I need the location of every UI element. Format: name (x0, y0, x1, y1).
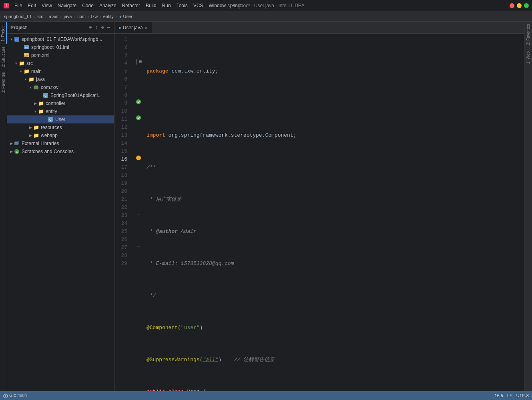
ln-13: 13 (114, 131, 130, 139)
bc-com[interactable]: com (77, 14, 86, 19)
tree-entity[interactable]: ▾ 📁 entity (7, 107, 114, 115)
vtab-web-right[interactable]: 1: Web (525, 49, 531, 67)
ln-4: 4 (114, 59, 130, 67)
gutter-16[interactable] (134, 154, 143, 162)
menu-vcs[interactable]: VCS (191, 2, 206, 9)
code-editor: 1 2 3 4 5 6 7 8 9 10 11 12 13 14 15 16 1… (114, 34, 524, 391)
user-java-icon: C (47, 116, 54, 123)
bc-sep2: › (45, 14, 47, 19)
vertical-tabs-left: 1: Project 2: Structure 3: Favorites (0, 22, 7, 391)
sidebar-settings-btn[interactable]: ⚙ (100, 24, 105, 31)
minimize-button[interactable] (517, 3, 522, 8)
menu-build[interactable]: Build (143, 2, 159, 9)
ln-14: 14 (114, 139, 130, 147)
tree-extlibs[interactable]: ▶ External Libraries (7, 139, 114, 147)
close-button[interactable] (510, 3, 514, 8)
menu-refactor[interactable]: Refactor (120, 2, 143, 9)
code-line-4: /** (147, 164, 521, 172)
sidebar-scope-btn[interactable]: ⊕ (88, 24, 92, 31)
bc-main[interactable]: main (49, 14, 58, 19)
menu-file[interactable]: File (12, 2, 24, 9)
ln-1: 1 (114, 35, 130, 43)
tree-springboot01iml[interactable]: iml springboot_01.iml (7, 43, 114, 51)
folder-src-icon: 📁 (18, 60, 25, 67)
gutter-1 (134, 34, 143, 42)
kw-class: class (169, 388, 184, 391)
folder-entity-icon: 📁 (38, 108, 44, 115)
ln-10: 10 (114, 107, 130, 115)
ln-24: 24 (114, 220, 130, 228)
ln-5: 5 (114, 67, 130, 75)
tree-arrow-webapp: ▶ (28, 133, 33, 137)
tree-pomxml[interactable]: xml pom.xml (7, 51, 114, 59)
tree-arrow-extlibs: ▶ (9, 141, 14, 145)
code-line-1: package com.txw.entity; (147, 67, 521, 75)
menu-edit[interactable]: Edit (25, 2, 38, 9)
tree-main[interactable]: ▾ 📁 main (7, 67, 114, 75)
tab-icon: ● (118, 25, 121, 30)
menu-view[interactable]: View (39, 2, 54, 9)
gutter-21 (134, 194, 143, 202)
spaces (221, 356, 234, 364)
svg-text:iml: iml (25, 46, 28, 49)
vtab-favorites-right[interactable]: 2: Favorites (525, 22, 531, 47)
maximize-button[interactable] (524, 3, 529, 8)
ann2-paren-close: ) (218, 356, 221, 364)
sidebar-autoscroll-btn[interactable]: ↕ (94, 24, 98, 31)
menu-run[interactable]: Run (160, 2, 173, 9)
tree-springboot01[interactable]: ▾ m springboot_01 F:\IEDAWork\springb... (7, 35, 114, 43)
ann2-paren-open: ( (200, 356, 203, 364)
bc-springboot[interactable]: springboot_01 (4, 14, 32, 19)
kw-package: package (147, 67, 169, 75)
tree-label-scratches: Scratches and Consoles (22, 149, 74, 154)
tree-controller[interactable]: ▶ 📁 controller (7, 99, 114, 107)
ln-12: 12 (114, 123, 130, 131)
menu-tools[interactable]: Tools (174, 2, 190, 9)
tree-scratches[interactable]: ▶ S Scratches and Consoles (7, 147, 114, 156)
tree-webapp[interactable]: ▶ 📁 webapp (7, 131, 114, 139)
gutter-10 (134, 106, 143, 114)
code-line-11: public class User { (147, 388, 521, 391)
gutter-12 (134, 122, 143, 130)
folder-java-icon: 📁 (28, 76, 34, 83)
bc-java[interactable]: java (64, 14, 72, 19)
bc-sep1: › (34, 14, 36, 19)
code-content[interactable]: package com.txw.entity; import org.sprin… (143, 34, 524, 391)
vtab-favorites[interactable]: 3: Favorites (0, 70, 6, 95)
menu-code[interactable]: Code (80, 2, 96, 9)
line-numbers: 1 2 3 4 5 6 7 8 9 10 11 12 13 14 15 16 1… (114, 34, 134, 391)
menu-window[interactable]: Window (206, 2, 228, 9)
menu-analyze[interactable]: Analyze (97, 2, 119, 9)
tree-resources[interactable]: ▶ 📁 resources (7, 123, 114, 131)
menu-navigate[interactable]: Navigate (55, 2, 79, 9)
ann-suppress: @SuppressWarnings (147, 356, 200, 364)
pom-icon: xml (23, 52, 30, 59)
gutter-26 (134, 234, 143, 242)
space1 (165, 388, 169, 391)
bc-src[interactable]: src (37, 14, 43, 19)
ln-9: 9 (114, 99, 130, 107)
tree-comtxw[interactable]: ▾ com.txw (7, 83, 114, 91)
status-lf: LF (507, 393, 512, 398)
bc-txw[interactable]: txw (91, 14, 98, 19)
gutter-18 (134, 170, 143, 178)
tree-java[interactable]: ▾ 📁 java (7, 75, 114, 83)
sidebar: Project ⊕ ↕ ⚙ — ▾ m springboot_01 F:\IED… (7, 22, 114, 391)
tab-user-java[interactable]: ● User.java ✕ (114, 22, 152, 33)
sidebar-close-btn[interactable]: — (106, 24, 111, 31)
vtab-project[interactable]: 1: Project (0, 22, 7, 44)
gutter-7 (134, 82, 143, 90)
tab-close-user[interactable]: ✕ (145, 26, 148, 30)
ln-11: 11 (114, 115, 130, 123)
vtab-structure[interactable]: 2: Structure (0, 44, 6, 70)
ln-28: 28 (114, 252, 130, 260)
bc-entity[interactable]: entity (103, 14, 114, 19)
javadoc-end: */ (147, 292, 156, 300)
ann-paren-open: ( (178, 324, 181, 332)
bc-sep4: › (74, 14, 75, 19)
ln-8: 8 (114, 91, 130, 99)
tree-src[interactable]: ▾ 📁 src (7, 59, 114, 67)
gutter-29 (134, 258, 143, 266)
tree-springbootapp[interactable]: C SpringBoot01Applicati... (7, 91, 114, 99)
tree-user[interactable]: C User (7, 115, 114, 123)
